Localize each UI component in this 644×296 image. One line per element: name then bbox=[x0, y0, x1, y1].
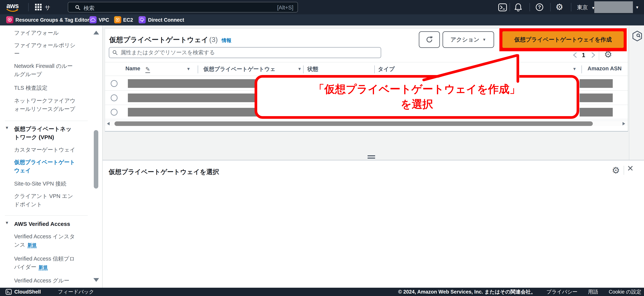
column-header-vpg-id[interactable]: 仮想プライベートゲートウェ bbox=[203, 65, 276, 73]
filter-placeholder: 属性またはタグでリソースを検索する bbox=[120, 49, 215, 56]
favorite-ec2[interactable]: EC2 bbox=[123, 17, 133, 23]
sidebar-item-firewall-policies[interactable]: ファイアウォールポリシー bbox=[14, 41, 77, 58]
divider bbox=[582, 65, 582, 73]
sidebar-item-va-instances[interactable]: Verified Access インスタンス新規 bbox=[14, 232, 77, 249]
current-page-number[interactable]: 1 bbox=[582, 52, 585, 59]
divider bbox=[571, 3, 571, 11]
collapse-triangle-icon[interactable]: ▼ bbox=[5, 220, 9, 225]
region-selector[interactable]: 東京 ▼ bbox=[577, 4, 595, 11]
redacted-cell-bar bbox=[580, 108, 613, 117]
search-icon bbox=[75, 5, 80, 10]
sidebar-item-client-vpn-endpoints[interactable]: クライアント VPN エンドポイント bbox=[14, 192, 77, 208]
divider bbox=[5, 121, 88, 121]
account-menu-caret[interactable]: ▼ bbox=[635, 5, 639, 10]
sidebar-item-tls-inspection[interactable]: TLS 検査設定 bbox=[14, 84, 77, 92]
next-page-chevron[interactable] bbox=[590, 51, 596, 59]
scroll-left-arrow[interactable] bbox=[107, 122, 110, 125]
footer-copyright: © 2024, Amazon Web Services, Inc. またはその関… bbox=[398, 288, 536, 295]
direct-connect-icon bbox=[138, 16, 146, 23]
favorite-resource-groups[interactable]: Resource Groups & Tag Editor bbox=[16, 17, 90, 23]
account-name-redacted[interactable] bbox=[594, 1, 633, 13]
new-badge: 新規 bbox=[38, 265, 48, 270]
scroll-right-arrow[interactable] bbox=[622, 122, 625, 125]
info-link[interactable]: 情報 bbox=[222, 38, 232, 43]
footer-cloudshell-button[interactable]: CloudShell bbox=[6, 289, 41, 295]
question-icon: ? bbox=[536, 3, 544, 11]
divider bbox=[550, 3, 550, 11]
divider bbox=[599, 50, 599, 60]
sidebar-item-network-firewall-rule-groups[interactable]: Network Firewall のルールグループ bbox=[14, 62, 77, 78]
global-search-input[interactable]: 検索 [Alt+S] bbox=[68, 2, 298, 13]
new-badge: 新規 bbox=[28, 242, 36, 248]
sidebar-item-site-to-site-vpn[interactable]: Site-to-Site VPN 接続 bbox=[14, 179, 77, 188]
settings-gear-icon[interactable]: ⚙ bbox=[556, 2, 563, 12]
redacted-cell-bar bbox=[580, 94, 613, 102]
column-header-state[interactable]: 状態 bbox=[307, 65, 318, 73]
refresh-button[interactable] bbox=[419, 31, 440, 48]
terminal-icon bbox=[6, 289, 12, 295]
favorite-vpc[interactable]: VPC bbox=[99, 17, 109, 23]
table-horizontal-scrollbar[interactable] bbox=[105, 120, 628, 126]
favorites-bar: Resource Groups & Tag Editor VPC EC2 Dir… bbox=[0, 14, 644, 26]
divider bbox=[303, 65, 304, 73]
row-radio-button[interactable] bbox=[111, 80, 118, 87]
table-filter-input[interactable]: 属性またはタグでリソースを検索する bbox=[109, 47, 381, 58]
collapse-triangle-icon[interactable]: ▼ bbox=[5, 125, 9, 130]
aws-logo[interactable]: aws bbox=[6, 2, 19, 10]
aws-console-page: aws サービス 検索 [Alt+S] bbox=[0, 0, 644, 296]
sidebar-item-va-trust-providers[interactable]: Verified Access 信頼プロバイダー新規 bbox=[14, 254, 77, 271]
row-radio-button[interactable] bbox=[111, 109, 118, 116]
refresh-icon bbox=[426, 36, 433, 44]
cloudshell-button[interactable] bbox=[498, 4, 507, 12]
notifications-button[interactable] bbox=[514, 3, 522, 12]
sidebar-scroll-down-arrow[interactable] bbox=[94, 278, 99, 282]
amazon-q-hexagon-icon[interactable] bbox=[632, 31, 642, 42]
actions-dropdown-button[interactable]: アクション ▼ bbox=[442, 31, 494, 48]
sidebar-item-va-groups[interactable]: Verified Access グルー bbox=[14, 276, 77, 285]
sidebar-item-customer-gateways[interactable]: カスタマーゲートウェイ bbox=[14, 146, 77, 154]
scrollbar-thumb[interactable] bbox=[114, 121, 593, 126]
table-header-row: Name ✎ ▼ 仮想プライベートゲートウェ ▼ 状態 タイプ ▼ Amazon… bbox=[105, 62, 628, 76]
column-header-type[interactable]: タイプ bbox=[378, 65, 395, 73]
detail-panel: 仮想プライベートゲートウェイを選択 ⚙ × bbox=[103, 160, 644, 288]
resource-groups-icon bbox=[6, 16, 13, 23]
page-title: 仮想プライベートゲートウェイ (3) 情報 bbox=[109, 35, 232, 45]
terminal-icon bbox=[498, 4, 507, 11]
ec2-icon bbox=[114, 16, 121, 23]
callout-text-line2: を選択 bbox=[257, 97, 576, 112]
panel-preferences-gear-icon[interactable]: ⚙ bbox=[612, 165, 620, 176]
split-panel-drag-handle[interactable] bbox=[368, 155, 375, 160]
column-header-amazon-asn[interactable]: Amazon ASN bbox=[588, 65, 622, 72]
column-header-name[interactable]: Name bbox=[126, 65, 140, 72]
sidebar-navigation: ファイアウォール ファイアウォールポリシー Network Firewall の… bbox=[0, 26, 103, 288]
favorite-direct-connect[interactable]: Direct Connect bbox=[148, 17, 184, 23]
footer-privacy-link[interactable]: プライバシー bbox=[546, 288, 578, 295]
services-menu[interactable]: サービス bbox=[35, 4, 42, 11]
create-vpg-button[interactable]: 仮想プライベートゲートウェイを作成 bbox=[502, 31, 624, 48]
footer-feedback-link[interactable]: フィードバック bbox=[58, 288, 94, 295]
sidebar-item-nfw-resource-groups[interactable]: ネットワークファイアウォールリソースグループ bbox=[14, 97, 77, 113]
svg-text:?: ? bbox=[538, 4, 541, 10]
footer-terms-link[interactable]: 用語 bbox=[588, 288, 598, 295]
row-radio-button[interactable] bbox=[111, 95, 118, 101]
sidebar-scrollbar-thumb[interactable] bbox=[94, 130, 98, 189]
filter-triangle-icon[interactable]: ▼ bbox=[186, 67, 190, 72]
footer-bar: CloudShell フィードバック © 2024, Amazon Web Se… bbox=[0, 288, 644, 296]
footer-cookie-link[interactable]: Cookie の設定 bbox=[609, 288, 641, 295]
annotation-callout: 「仮想プライベートゲートウェイを作成」 を選択 bbox=[254, 75, 579, 119]
top-navigation-bar: aws サービス 検索 [Alt+S] bbox=[0, 0, 644, 14]
close-icon[interactable]: × bbox=[627, 162, 634, 174]
divider bbox=[624, 166, 624, 175]
detail-panel-title: 仮想プライベートゲートウェイを選択 bbox=[109, 168, 219, 176]
divider bbox=[510, 3, 510, 11]
sidebar-scroll-up-arrow[interactable] bbox=[94, 31, 99, 35]
previous-page-chevron[interactable] bbox=[572, 51, 578, 59]
filter-triangle-icon[interactable]: ▼ bbox=[298, 67, 302, 72]
help-button[interactable]: ? bbox=[536, 3, 544, 12]
sidebar-section-verified-access[interactable]: AWS Verified Access bbox=[14, 220, 77, 228]
filter-triangle-icon[interactable]: ▼ bbox=[572, 67, 576, 72]
sidebar-item-virtual-private-gateways[interactable]: 仮想プライベートゲートウェイ bbox=[14, 158, 77, 175]
vpc-icon bbox=[90, 16, 96, 23]
right-side-rail bbox=[629, 26, 644, 160]
sidebar-section-vpn[interactable]: 仮想プライベートネットワーク (VPN) bbox=[14, 125, 77, 141]
